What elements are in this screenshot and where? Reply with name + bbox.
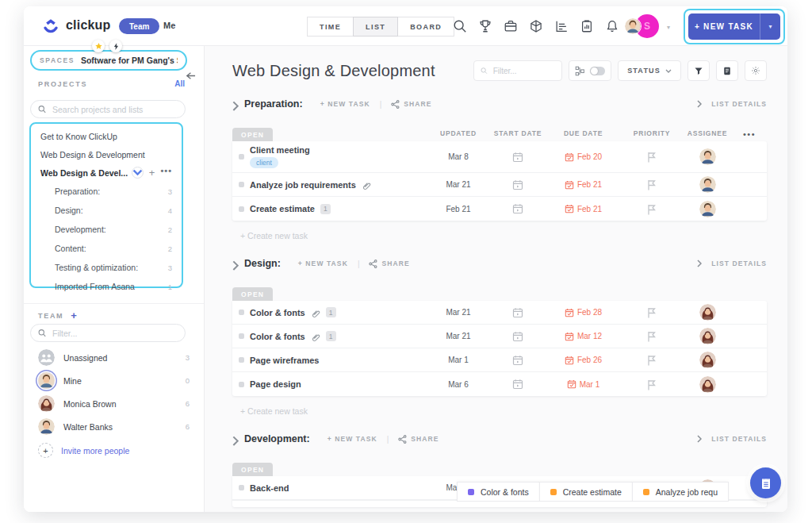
sidebar-list-item[interactable]: Preparation:3 [31,182,182,201]
bolt-icon[interactable] [109,40,122,52]
project-menu-icon[interactable]: ••• [160,171,172,175]
task-title[interactable]: Page design [250,379,301,389]
due-date[interactable]: Feb 26 [546,356,621,365]
priority-flag-icon[interactable] [647,152,657,162]
section-new-task-button[interactable]: + NEW TASK [320,100,370,108]
due-date[interactable]: Feb 28 [546,308,621,317]
section-new-task-button[interactable]: + NEW TASK [298,260,348,267]
new-task-caret-icon[interactable]: ▾ [760,13,780,40]
assignee-avatar[interactable] [699,352,716,368]
team-toggle-pill[interactable]: Team [119,18,159,34]
chevron-right-icon[interactable] [232,260,239,267]
reports-chart-icon[interactable] [554,19,569,33]
assignee-avatar[interactable] [699,328,716,344]
add-team-member-button[interactable]: + [71,310,77,321]
notepad-fab-button[interactable] [750,467,781,498]
due-date[interactable]: Feb 21 [546,180,621,190]
chevron-right-icon[interactable] [232,435,239,443]
priority-flag-icon[interactable] [647,204,657,214]
project-search-input[interactable] [51,104,178,115]
drag-handle[interactable] [239,310,244,315]
tab-list[interactable]: LIST [353,17,398,37]
section-new-task-button[interactable]: + NEW TASK [327,435,377,443]
priority-flag-icon[interactable] [647,379,657,390]
drag-handle[interactable] [239,382,244,387]
task-filter[interactable] [473,60,562,81]
task-row[interactable]: Color & fonts1Mar 21Mar 12 [232,325,767,348]
start-date-calendar-icon[interactable] [512,152,523,163]
task-filter-input[interactable] [492,66,556,76]
team-filter-input[interactable] [51,328,178,339]
docs-button[interactable] [716,60,738,81]
goals-trophy-icon[interactable] [478,19,492,33]
due-date[interactable]: Mar 12 [546,332,621,341]
start-date-calendar-icon[interactable] [512,331,523,342]
settings-button[interactable] [745,60,767,81]
sidebar-project-item[interactable]: Web Design & Devel...+••• [31,163,182,182]
section-share-button[interactable]: SHARE [398,435,439,444]
status-dropdown[interactable]: STATUS [618,60,681,81]
expand-chevron-icon[interactable] [132,167,144,179]
open-status-badge[interactable]: OPEN [232,463,273,476]
me-toggle[interactable]: Me [163,21,175,30]
dashboard-clipboard-icon[interactable] [580,19,594,33]
assignee-avatar[interactable] [699,201,716,217]
drag-handle[interactable] [239,485,244,490]
start-date-calendar-icon[interactable] [512,203,523,214]
task-title[interactable]: Analyze job requirements [250,180,356,190]
filter-funnel-button[interactable] [688,60,710,81]
team-member-row[interactable]: Mine0 [24,369,204,392]
assignee-avatar[interactable] [699,148,716,165]
sidebar-list-item[interactable]: Content:2 [31,239,182,258]
task-row[interactable]: Client meetingclientMar 8Feb 20 [232,141,767,173]
task-tag[interactable]: client [250,157,278,168]
star-icon[interactable] [92,40,105,52]
group-by-toggle-button[interactable] [569,60,611,81]
portfolio-briefcase-icon[interactable] [504,19,518,33]
list-details-link[interactable]: LIST DETAILS [697,435,767,443]
account-caret-icon[interactable]: ▾ [667,24,670,31]
drag-handle[interactable] [239,182,244,187]
drag-handle[interactable] [239,206,244,212]
due-date[interactable]: Feb 21 [546,204,621,213]
task-row[interactable]: Page designMar 6Mar 1 [232,372,767,396]
start-date-calendar-icon[interactable] [512,179,523,190]
start-date-calendar-icon[interactable] [512,307,523,318]
open-status-badge[interactable]: OPEN [232,287,273,301]
task-title[interactable]: Color & fonts [250,332,305,341]
task-title[interactable]: Create estimate [250,204,315,213]
drag-handle[interactable] [239,333,244,339]
task-row[interactable]: Color & fonts1Mar 21Feb 28 [232,301,767,325]
list-details-link[interactable]: LIST DETAILS [697,100,767,108]
assignee-avatar[interactable] [699,376,716,393]
tab-time[interactable]: TIME [307,17,354,37]
task-title[interactable]: Client meeting [250,145,310,155]
open-status-badge[interactable]: OPEN [232,128,273,141]
spaces-selector[interactable]: SPACES Software for PM Gang's Sp... [30,50,187,71]
create-new-task-link[interactable]: + Create new task [240,231,767,240]
sidebar-list-item[interactable]: Design:4 [31,201,182,220]
task-title[interactable]: Page wireframes [250,356,319,365]
team-member-row[interactable]: Walter Banks6 [24,415,204,438]
account-avatars[interactable]: S ▾ [624,14,676,38]
priority-flag-icon[interactable] [647,179,657,190]
tab-board[interactable]: BOARD [397,17,454,37]
list-details-link[interactable]: LIST DETAILS [697,260,767,267]
task-title[interactable]: Back-end [250,483,289,493]
drag-handle[interactable] [239,154,244,160]
assignee-avatar[interactable] [699,304,716,321]
task-title[interactable]: Color & fonts [250,308,305,317]
section-share-button[interactable]: SHARE [391,100,431,109]
invite-more-people[interactable]: + Invite more people [38,443,129,458]
priority-flag-icon[interactable] [647,331,657,341]
new-task-button[interactable]: + NEW TASK ▾ [688,13,780,40]
search-icon[interactable] [453,19,467,33]
chevron-right-icon[interactable] [232,100,239,108]
section-name[interactable]: Design: [244,258,281,269]
columns-menu-icon[interactable]: ••• [732,129,767,141]
sidebar-list-item[interactable]: Testing & optimization:3 [31,258,182,277]
minimized-task-chip[interactable]: Analyze job requ [632,482,729,502]
start-date-calendar-icon[interactable] [512,379,523,390]
team-member-row[interactable]: Monica Brown6 [24,392,204,415]
sidebar-project-item[interactable]: Web Design & Development [31,145,182,163]
